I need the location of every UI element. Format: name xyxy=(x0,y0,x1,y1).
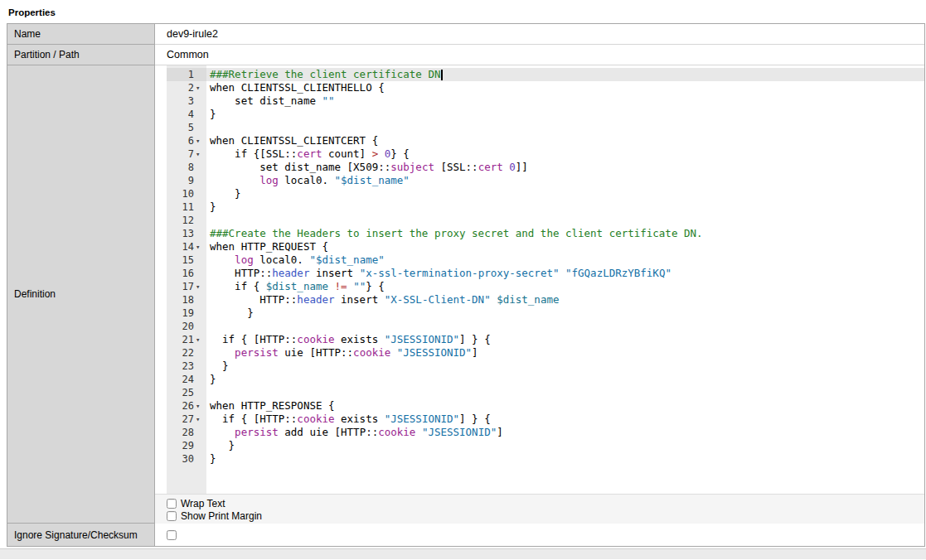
fold-toggle-icon[interactable]: ▾ xyxy=(194,240,206,253)
code-line-text[interactable]: log local0. "$dist_name" xyxy=(206,253,924,267)
code-line[interactable]: 17▾ if { $dist_name != ""} { xyxy=(167,280,924,293)
checkbox-icon[interactable] xyxy=(167,511,177,521)
line-number: 14▾ xyxy=(167,240,206,253)
code-line[interactable]: 8 set dist_name [X509::subject [SSL::cer… xyxy=(167,161,924,174)
code-line[interactable]: 18 HTTP::header insert "X-SSL-Client-DN"… xyxy=(167,293,924,307)
code-line-text[interactable]: persist uie [HTTP::cookie "JSESSIONID"] xyxy=(206,346,924,360)
line-number: 5 xyxy=(167,121,206,134)
code-line[interactable]: 26▾when HTTP_RESPONSE { xyxy=(167,399,924,413)
fold-toggle-icon[interactable]: ▾ xyxy=(194,147,206,161)
partition-path-label: Partition / Path xyxy=(7,45,155,65)
code-line-text[interactable]: set dist_name "" xyxy=(206,94,924,108)
code-line[interactable]: 4} xyxy=(167,108,924,121)
code-line[interactable]: 15 log local0. "$dist_name" xyxy=(167,253,924,267)
code-line-text[interactable]: when CLIENTSSL_CLIENTCERT { xyxy=(206,134,924,147)
line-number: 19 xyxy=(167,307,206,320)
code-line[interactable]: 9 log local0. "$dist_name" xyxy=(167,174,924,187)
code-line[interactable]: 21▾ if { [HTTP::cookie exists "JSESSIONI… xyxy=(167,333,924,346)
code-line-text[interactable]: if { [HTTP::cookie exists "JSESSIONID"] … xyxy=(206,413,924,426)
line-number: 3 xyxy=(167,94,206,108)
code-line-text[interactable]: ###Create the Headers to insert the prox… xyxy=(206,227,924,240)
ignore-signature-cell xyxy=(155,524,924,546)
code-line[interactable]: 5 xyxy=(167,121,924,134)
code-line-text[interactable]: } xyxy=(206,452,924,466)
code-line[interactable]: 23 } xyxy=(167,360,924,373)
code-line-text[interactable]: if { $dist_name != ""} { xyxy=(206,280,924,293)
code-line[interactable]: 29 } xyxy=(167,439,924,452)
code-line[interactable]: 19 } xyxy=(167,307,924,320)
code-line[interactable]: 25 xyxy=(167,386,924,399)
name-value: dev9-irule2 xyxy=(155,24,924,45)
fold-toggle-icon[interactable]: ▾ xyxy=(194,399,206,413)
line-number: 24 xyxy=(167,373,206,386)
code-line-text[interactable]: } xyxy=(206,439,924,452)
code-line-text[interactable]: } xyxy=(206,108,924,121)
code-line[interactable]: 12 xyxy=(167,214,924,227)
code-line[interactable]: 1###Retrieve the client certificate DN xyxy=(167,68,924,81)
code-line-text[interactable]: if { [HTTP::cookie exists "JSESSIONID"] … xyxy=(206,333,924,346)
line-number: 25 xyxy=(167,386,206,399)
code-line[interactable]: 22 persist uie [HTTP::cookie "JSESSIONID… xyxy=(167,346,924,360)
line-number: 26▾ xyxy=(167,399,206,413)
code-line[interactable]: 20 xyxy=(167,320,924,333)
code-line[interactable]: 6▾when CLIENTSSL_CLIENTCERT { xyxy=(167,134,924,147)
code-line-text[interactable]: set dist_name [X509::subject [SSL::cert … xyxy=(206,161,924,174)
code-line-text[interactable] xyxy=(206,386,924,399)
fold-toggle-icon[interactable]: ▾ xyxy=(194,333,206,346)
checkbox-icon[interactable] xyxy=(167,499,177,509)
code-line[interactable]: 30} xyxy=(167,452,924,466)
code-line[interactable]: 10 } xyxy=(167,187,924,200)
code-line[interactable]: 11} xyxy=(167,200,924,214)
fold-toggle-icon[interactable]: ▾ xyxy=(194,280,206,293)
code-line[interactable]: 13###Create the Headers to insert the pr… xyxy=(167,227,924,240)
definition-label: Definition xyxy=(7,65,155,524)
code-line-text[interactable]: } xyxy=(206,360,924,373)
page-title: Properties xyxy=(0,0,926,23)
code-line[interactable]: 3 set dist_name "" xyxy=(167,94,924,108)
code-line-text[interactable]: if {[SSL::cert count] > 0} { xyxy=(206,147,924,161)
code-line-text[interactable]: } xyxy=(206,373,924,386)
code-line-text[interactable]: } xyxy=(206,187,924,200)
code-line-text[interactable]: persist add uie [HTTP::cookie "JSESSIONI… xyxy=(206,426,924,439)
footer-bar xyxy=(0,548,926,559)
code-line[interactable]: 24} xyxy=(167,373,924,386)
line-number: 10 xyxy=(167,187,206,200)
code-line-text[interactable]: } xyxy=(206,307,924,320)
code-line-text[interactable]: HTTP::header insert "x-ssl-termination-p… xyxy=(206,267,924,280)
code-line[interactable]: 16 HTTP::header insert "x-ssl-terminatio… xyxy=(167,267,924,280)
code-line-text[interactable] xyxy=(206,214,924,227)
fold-toggle-icon[interactable]: ▾ xyxy=(194,134,206,147)
line-number: 16 xyxy=(167,267,206,280)
ignore-signature-checkbox[interactable] xyxy=(167,530,177,540)
properties-table: Name dev9-irule2 Partition / Path Common… xyxy=(7,23,925,547)
line-number: 20 xyxy=(167,320,206,333)
option-label: Show Print Margin xyxy=(181,510,262,522)
code-line-text[interactable]: HTTP::header insert "X-SSL-Client-DN" $d… xyxy=(206,293,924,307)
code-line-text[interactable]: log local0. "$dist_name" xyxy=(206,174,924,187)
code-line-text[interactable] xyxy=(206,121,924,134)
code-line-text[interactable]: } xyxy=(206,200,924,214)
code-line-text[interactable]: when HTTP_REQUEST { xyxy=(206,240,924,253)
name-label: Name xyxy=(7,24,155,45)
code-line[interactable]: 14▾when HTTP_REQUEST { xyxy=(167,240,924,253)
line-number: 22 xyxy=(167,346,206,360)
editor-option-wrap-text[interactable]: Wrap Text xyxy=(167,497,924,509)
code-line[interactable]: 27▾ if { [HTTP::cookie exists "JSESSIONI… xyxy=(167,413,924,426)
code-line-text[interactable]: when HTTP_RESPONSE { xyxy=(206,399,924,413)
partition-path-value: Common xyxy=(155,45,924,65)
code-line[interactable]: 7▾ if {[SSL::cert count] > 0} { xyxy=(167,147,924,161)
line-number: 28 xyxy=(167,426,206,439)
line-number: 8 xyxy=(167,161,206,174)
code-line[interactable]: 2▾when CLIENTSSL_CLIENTHELLO { xyxy=(167,81,924,94)
code-line-text[interactable]: when CLIENTSSL_CLIENTHELLO { xyxy=(206,81,924,94)
text-cursor xyxy=(441,70,443,80)
line-number: 1 xyxy=(167,68,206,81)
code-editor[interactable]: 1###Retrieve the client certificate DN2▾… xyxy=(167,65,924,494)
code-line-text[interactable]: ###Retrieve the client certificate DN xyxy=(206,68,924,81)
line-number: 27▾ xyxy=(167,413,206,426)
editor-option-show-print-margin[interactable]: Show Print Margin xyxy=(167,509,924,522)
fold-toggle-icon[interactable]: ▾ xyxy=(194,413,206,426)
code-line-text[interactable] xyxy=(206,320,924,333)
code-line[interactable]: 28 persist add uie [HTTP::cookie "JSESSI… xyxy=(167,426,924,439)
fold-toggle-icon[interactable]: ▾ xyxy=(194,81,206,94)
